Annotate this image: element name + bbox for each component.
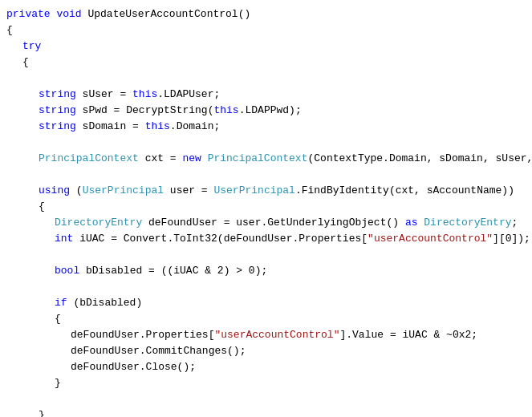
code-token: this: [213, 103, 238, 119]
code-line: bool bDisabled = ((iUAC & 2) > 0);: [0, 263, 532, 279]
code-token: "userAccountControl": [368, 231, 493, 247]
code-line: deFoundUser.Properties["userAccountContr…: [0, 327, 532, 343]
code-line: string sDomain = this.Domain;: [0, 119, 532, 135]
code-token: {: [39, 199, 45, 215]
code-token: try: [22, 38, 41, 55]
code-token: .LDAPUser;: [157, 87, 220, 103]
code-token: int: [55, 231, 73, 247]
code-token: PrincipalContext: [208, 151, 308, 167]
code-line: {: [0, 199, 532, 215]
code-line: [0, 167, 532, 183]
code-line: [0, 279, 532, 295]
code-token: (: [70, 183, 83, 199]
code-token: DirectoryEntry: [55, 215, 142, 231]
code-line: deFoundUser.CommitChanges();: [0, 343, 532, 359]
code-token: [51, 6, 57, 22]
code-line: string sPwd = DecryptString(this.LDAPPwd…: [0, 103, 532, 119]
code-token: (ContextType.Domain, sDomain, sUser, sPw…: [307, 151, 532, 167]
code-token: UpdateUserAccountControl(): [82, 6, 251, 22]
code-token: string: [39, 119, 76, 135]
code-token: void: [56, 6, 81, 22]
code-token: {: [55, 311, 61, 327]
code-token: }: [55, 375, 61, 391]
code-token: .Domain;: [170, 119, 220, 135]
code-token: {: [6, 22, 13, 38]
code-line: DirectoryEntry deFoundUser = user.GetUnd…: [0, 215, 532, 231]
code-token: new: [182, 151, 201, 167]
code-line: [0, 391, 532, 407]
code-token: .FindByIdentity(cxt, sAccountName)): [295, 183, 514, 199]
code-token: deFoundUser.CommitChanges();: [71, 343, 246, 359]
code-token: [201, 151, 208, 167]
code-line: {: [0, 55, 532, 71]
code-token: {: [22, 55, 29, 71]
code-line: }: [0, 407, 532, 417]
code-token: UserPrincipal: [213, 183, 294, 199]
code-token: bDisabled = ((iUAC & 2) > 0);: [79, 263, 267, 279]
code-token: as: [405, 215, 418, 231]
code-line: PrincipalContext cxt = new PrincipalCont…: [0, 151, 532, 167]
code-line: deFoundUser.Close();: [0, 359, 532, 375]
code-token: }: [39, 407, 45, 417]
code-token: cxt =: [139, 151, 183, 167]
code-line: private void UpdateUserAccountControl(): [0, 6, 532, 22]
code-token: deFoundUser = user.GetUnderlyingObject(): [142, 215, 405, 231]
code-token: bool: [55, 263, 79, 279]
code-token: sDomain =: [76, 119, 145, 135]
code-token: "userAccountControl": [214, 327, 339, 343]
code-token: UserPrincipal: [83, 183, 164, 199]
code-token: string: [39, 87, 76, 103]
code-line: {: [0, 22, 532, 38]
code-token: sPwd = DecryptString(: [76, 103, 214, 119]
code-token: deFoundUser.Close();: [71, 359, 196, 375]
code-token: this: [132, 87, 157, 103]
code-line: if (bDisabled): [0, 295, 532, 311]
code-line: int iUAC = Convert.ToInt32(deFoundUser.P…: [0, 231, 532, 247]
code-token: [417, 215, 424, 231]
code-line: }: [0, 375, 532, 391]
code-token: deFoundUser.Properties[: [71, 327, 214, 343]
code-token: sUser =: [76, 87, 132, 103]
code-token: iUAC = Convert.ToInt32(deFoundUser.Prope…: [73, 231, 368, 247]
code-token: this: [145, 119, 170, 135]
code-token: .LDAPPwd);: [239, 103, 302, 119]
code-line: [0, 135, 532, 151]
code-token: PrincipalContext: [39, 151, 139, 167]
code-token: if: [55, 295, 67, 311]
code-token: user =: [164, 183, 213, 199]
code-editor: private void UpdateUserAccountControl(){…: [0, 0, 532, 417]
code-line: string sUser = this.LDAPUser;: [0, 87, 532, 103]
code-line: [0, 71, 532, 87]
code-line: [0, 247, 532, 263]
code-token: using: [39, 183, 70, 199]
code-token: ;: [512, 215, 518, 231]
code-line: try: [0, 38, 532, 55]
code-line: using (UserPrincipal user = UserPrincipa…: [0, 183, 532, 199]
code-token: ][0]);: [493, 231, 530, 247]
code-token: private: [6, 6, 51, 22]
code-token: (bDisabled): [67, 295, 143, 311]
code-token: ].Value = iUAC & ~0x2;: [339, 327, 477, 343]
code-line: {: [0, 311, 532, 327]
code-token: string: [39, 103, 76, 119]
code-token: DirectoryEntry: [424, 215, 511, 231]
